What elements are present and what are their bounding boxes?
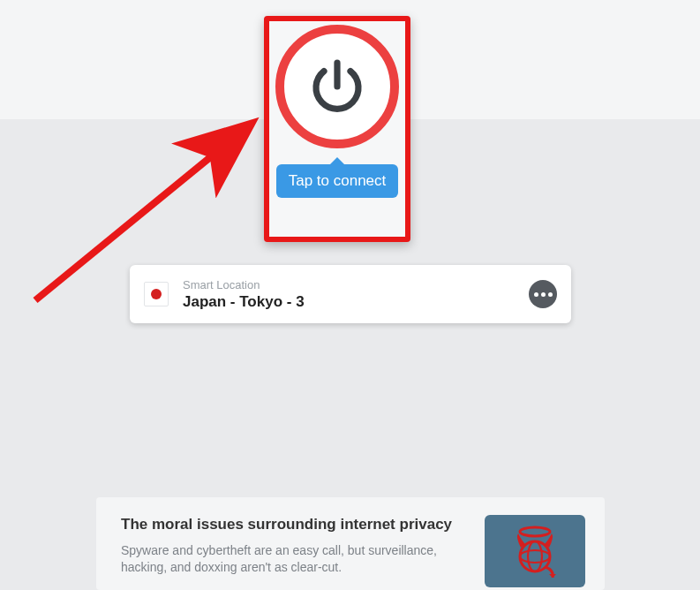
japan-flag-icon — [144, 282, 169, 306]
article-thumbnail — [485, 515, 585, 587]
article-card[interactable]: The moral issues surrounding internet pr… — [96, 497, 605, 590]
power-icon — [305, 55, 369, 118]
location-card[interactable]: Smart Location Japan - Tokyo - 3 — [130, 265, 571, 323]
more-icon — [548, 292, 553, 297]
more-icon — [534, 292, 538, 297]
connect-button[interactable] — [275, 25, 399, 148]
location-text: Smart Location Japan - Tokyo - 3 — [183, 278, 529, 311]
location-more-button[interactable] — [529, 280, 557, 308]
connect-tooltip: Tap to connect — [276, 164, 399, 198]
article-desc: Spyware and cybertheft are an easy call,… — [121, 542, 465, 576]
svg-point-1 — [520, 527, 550, 536]
location-label: Smart Location — [183, 278, 529, 291]
devil-globe-icon — [510, 525, 560, 578]
connect-tooltip-text: Tap to connect — [289, 172, 387, 189]
more-icon — [541, 292, 546, 297]
article-text: The moral issues surrounding internet pr… — [121, 515, 465, 576]
article-title: The moral issues surrounding internet pr… — [121, 515, 465, 533]
connect-section: Tap to connect — [273, 25, 402, 198]
svg-point-2 — [520, 541, 550, 571]
location-name: Japan - Tokyo - 3 — [183, 293, 529, 311]
svg-point-4 — [528, 541, 542, 571]
svg-point-3 — [520, 550, 550, 563]
